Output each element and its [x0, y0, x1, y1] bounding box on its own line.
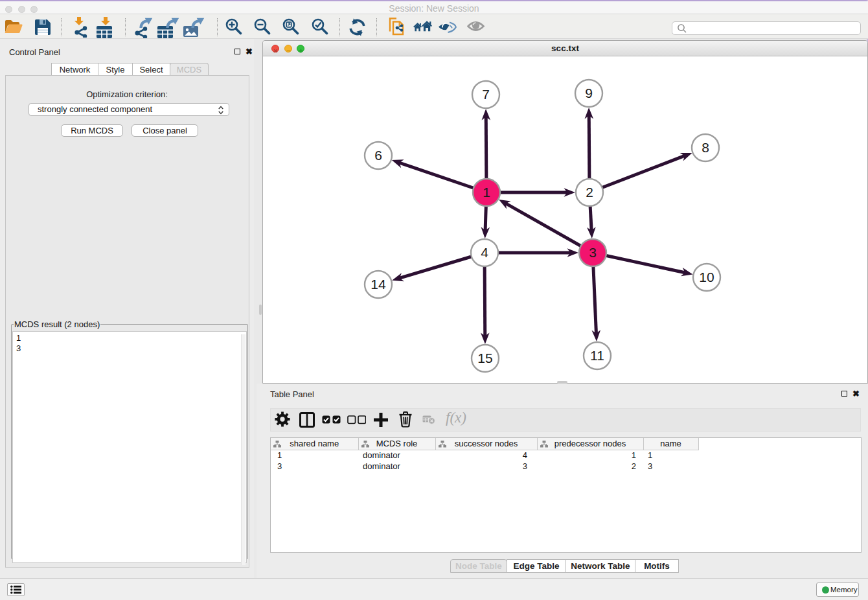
svg-text:1: 1	[483, 185, 490, 200]
svg-text:4: 4	[481, 245, 488, 260]
svg-text:15: 15	[477, 351, 492, 365]
svg-text:9: 9	[585, 86, 593, 100]
svg-text:11: 11	[590, 348, 604, 363]
svg-text:10: 10	[699, 270, 714, 284]
svg-text:8: 8	[702, 140, 709, 155]
svg-text:7: 7	[482, 87, 490, 102]
svg-text:2: 2	[586, 185, 593, 200]
svg-text:14: 14	[371, 277, 386, 292]
svg-text:6: 6	[374, 148, 382, 163]
svg-text:3: 3	[589, 245, 597, 260]
